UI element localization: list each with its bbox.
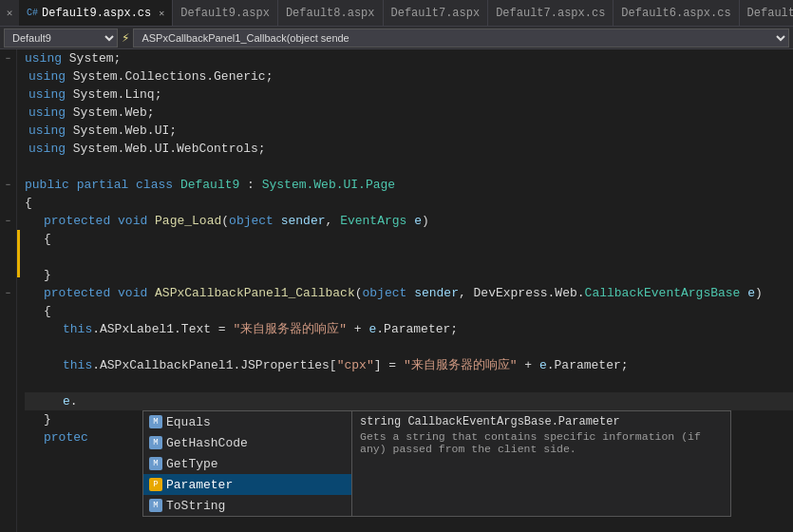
code-line-12: [25, 248, 793, 266]
code-line-3: using System.Linq;: [25, 86, 793, 104]
autocomplete-popup: M Equals M GetHashCode M GetType P Param…: [142, 410, 731, 517]
method-icon: M: [149, 415, 162, 428]
code-line-18: this.ASPxCallbackPanel1.JSProperties["cp…: [25, 356, 793, 374]
tab-label: Default6.aspx.cs: [621, 7, 730, 20]
autocomplete-list: M Equals M GetHashCode M GetType P Param…: [143, 411, 352, 516]
tab-label: Default9.aspx: [180, 7, 270, 20]
tab-label: Default9.aspx.cs: [42, 7, 151, 20]
gutter-space-4: [0, 122, 17, 140]
gutter-space-10: [0, 266, 17, 284]
code-line-16: this.ASPxLabel1.Text = "来自服务器的响应" + e.Pa…: [25, 320, 793, 338]
gutter-space-2: [0, 86, 17, 104]
fold-icon-class[interactable]: −: [0, 176, 17, 194]
close-all-button[interactable]: ✕: [0, 0, 19, 27]
gutter-space-15: [0, 374, 17, 392]
gutter-space-13: [0, 338, 17, 356]
code-line-9: {: [25, 194, 793, 212]
gutter-space-5: [0, 140, 17, 158]
tab-default8-aspx[interactable]: Default8.aspx: [278, 0, 384, 27]
tab-default6-cs[interactable]: Default6.aspx.cs: [614, 0, 739, 27]
method-icon: M: [149, 436, 162, 449]
method-icon: M: [149, 457, 162, 470]
gutter-space-11: [0, 302, 17, 320]
fold-icon-pageload[interactable]: −: [0, 212, 17, 230]
ac-label: GetType: [166, 457, 218, 471]
code-line-15: {: [25, 302, 793, 320]
code-line-1: using System;: [25, 49, 793, 67]
autocomplete-description: string CallbackEventArgsBase.Parameter G…: [352, 411, 728, 459]
tab-label: Default8.aspx: [286, 7, 375, 20]
ac-label: Equals: [166, 415, 211, 429]
tab-default7-aspx[interactable]: Default7.aspx: [384, 0, 489, 27]
gutter-space-7: [0, 194, 17, 212]
ac-item-tostring[interactable]: M ToString: [143, 495, 351, 516]
fold-icon-callback[interactable]: −: [0, 284, 17, 302]
code-line-7: [25, 158, 793, 176]
ac-signature: string CallbackEventArgsBase.Parameter: [360, 415, 721, 428]
ac-label: ToString: [166, 499, 225, 513]
code-line-13: }: [25, 266, 793, 284]
cs-icon: C#: [27, 8, 38, 18]
editor-area: − − − − using System;: [0, 49, 793, 532]
code-line-5: using System.Web.UI;: [25, 122, 793, 140]
code-line-8: public partial class Default9 : System.W…: [25, 176, 793, 194]
class-dropdown[interactable]: Default9: [4, 28, 118, 48]
code-line-11: {: [25, 230, 793, 248]
gutter-space-18: [0, 428, 17, 446]
ac-item-parameter[interactable]: P Parameter: [143, 474, 351, 495]
method-dropdown[interactable]: ASPxCallbackPanel1_Callback(object sende: [133, 28, 789, 48]
code-line-10: protected void Page_Load(object sender, …: [25, 212, 793, 230]
tab-close-icon[interactable]: ✕: [159, 8, 164, 19]
gutter-space-16: [0, 392, 17, 410]
tab-default9-cs[interactable]: C# Default9.aspx.cs ✕: [19, 0, 173, 27]
method-icon: M: [149, 499, 162, 512]
ac-body: Gets a string that contains specific inf…: [360, 430, 721, 455]
tab-default6-aspx[interactable]: Default6.aspx: [740, 0, 793, 27]
ac-label: Parameter: [166, 478, 233, 492]
gutter-space-8: [0, 230, 17, 248]
code-line-4: using System.Web;: [25, 104, 793, 122]
ac-item-equals[interactable]: M Equals: [143, 411, 351, 432]
code-line-2: using System.Collections.Generic;: [25, 67, 793, 86]
nav-icon: ⚡: [122, 29, 129, 46]
gutter: − − − −: [0, 49, 17, 532]
gutter-space-17: [0, 410, 17, 428]
gutter-space-1: [0, 67, 17, 86]
gutter-space-14: [0, 356, 17, 374]
ac-label: GetHashCode: [166, 436, 248, 450]
code-line-20: e.: [25, 392, 793, 410]
tab-bar: ✕ C# Default9.aspx.cs ✕ Default9.aspx De…: [0, 0, 793, 27]
tab-label: Default7.aspx.cs: [496, 7, 605, 20]
fold-icon-using[interactable]: −: [0, 49, 17, 67]
tab-default7-cs[interactable]: Default7.aspx.cs: [488, 0, 614, 27]
gutter-space-6: [0, 158, 17, 176]
scroll-indicator: [17, 230, 20, 277]
gutter-space-3: [0, 104, 17, 122]
tab-label: Default6.aspx: [747, 7, 793, 20]
property-icon: P: [149, 478, 162, 491]
code-line-14: protected void ASPxCallbackPanel1_Callba…: [25, 284, 793, 302]
tab-label: Default7.aspx: [391, 7, 481, 20]
gutter-space-9: [0, 248, 17, 266]
code-line-19: [25, 374, 793, 392]
code-line-6: using System.Web.UI.WebControls;: [25, 140, 793, 158]
code-line-17: [25, 338, 793, 356]
ac-item-gettype[interactable]: M GetType: [143, 453, 351, 474]
toolbar: Default9 ⚡ ASPxCallbackPanel1_Callback(o…: [0, 27, 793, 49]
tab-default9-aspx[interactable]: Default9.aspx: [173, 0, 278, 27]
gutter-space-12: [0, 320, 17, 338]
ac-item-gethashcode[interactable]: M GetHashCode: [143, 432, 351, 453]
